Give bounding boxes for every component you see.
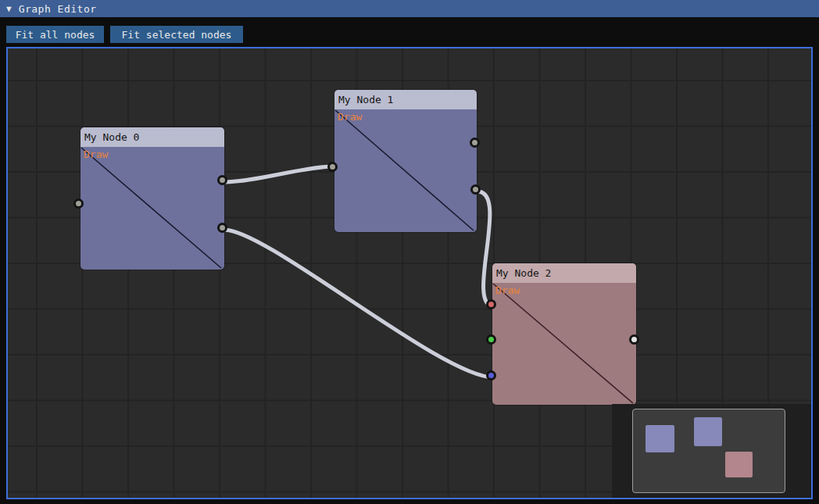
node-draw-label: Draw: [495, 284, 520, 296]
window-titlebar: ▼ Graph Editor: [0, 0, 819, 17]
my-node-1-input-pin[interactable]: [327, 162, 338, 172]
node-editor-canvas[interactable]: My Node 0DrawMy Node 1DrawMy Node 2Draw: [6, 47, 813, 499]
fit-all-nodes-button[interactable]: Fit all nodes: [6, 26, 104, 43]
node-draw-diagonal: [492, 283, 636, 405]
link-node1-node2-red[interactable]: [477, 191, 494, 306]
node-my-node-2[interactable]: My Node 2Draw: [492, 263, 636, 405]
my-node-1-output-pin-1[interactable]: [470, 138, 480, 148]
minimap-node-1[interactable]: [694, 417, 722, 446]
my-node-2-input-pin-red[interactable]: [486, 299, 496, 309]
minimap-node-2[interactable]: [725, 452, 753, 477]
minimap-node-0[interactable]: [646, 425, 674, 452]
node-draw-label: Draw: [84, 148, 108, 160]
my-node-2-input-pin-green[interactable]: [486, 334, 496, 345]
node-my-node-1[interactable]: My Node 1Draw: [334, 90, 477, 232]
node-my-node-0[interactable]: My Node 0Draw: [80, 127, 224, 270]
node-draw-diagonal: [80, 147, 224, 270]
node-titlebar-my-node-0[interactable]: My Node 0: [80, 127, 224, 147]
node-body-my-node-0: Draw: [80, 147, 224, 270]
fit-selected-nodes-button[interactable]: Fit selected nodes: [110, 26, 243, 43]
my-node-1-output-pin-2[interactable]: [470, 184, 481, 195]
node-body-my-node-2: Draw: [492, 283, 636, 405]
minimap[interactable]: [632, 409, 785, 493]
collapse-arrow-icon[interactable]: ▼: [6, 5, 12, 13]
my-node-2-output-pin-white[interactable]: [629, 334, 639, 345]
node-draw-label: Draw: [338, 111, 362, 123]
node-titlebar-my-node-1[interactable]: My Node 1: [334, 90, 477, 109]
my-node-0-output-pin-2[interactable]: [217, 223, 227, 233]
my-node-0-output-pin-1[interactable]: [217, 175, 227, 185]
link-node0-node2-blue[interactable]: [224, 230, 494, 377]
link-node0-node1[interactable]: [224, 166, 334, 182]
node-titlebar-my-node-2[interactable]: My Node 2: [492, 263, 636, 283]
window-title: Graph Editor: [19, 3, 97, 15]
my-node-0-input-pin[interactable]: [73, 198, 84, 209]
my-node-2-input-pin-blue[interactable]: [486, 370, 496, 381]
node-draw-diagonal: [334, 109, 477, 232]
node-body-my-node-1: Draw: [334, 109, 477, 232]
